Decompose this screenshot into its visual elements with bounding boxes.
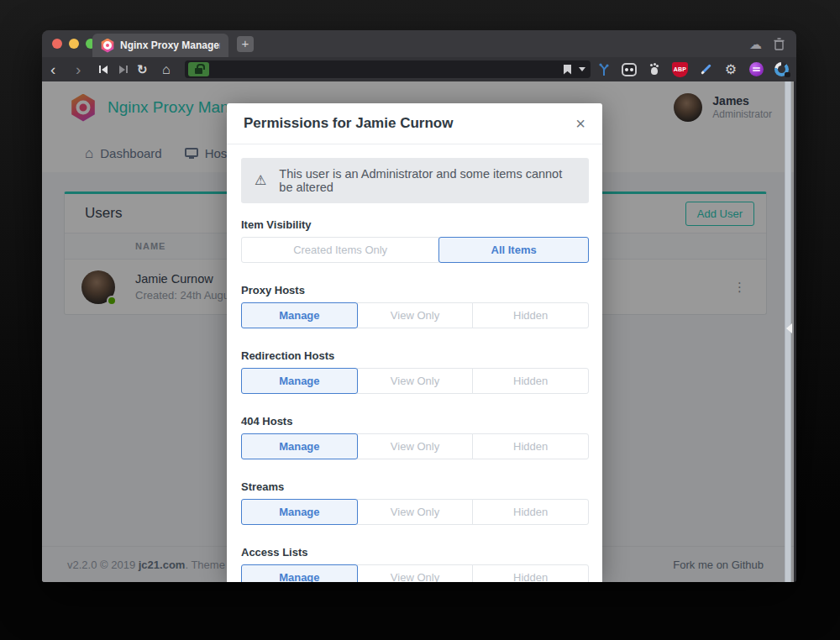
trash-icon[interactable]	[774, 38, 785, 50]
home-button[interactable]: ⌂	[162, 63, 171, 76]
section-label: Access Lists	[241, 546, 589, 559]
permissions-modal: Permissions for Jamie Curnow × ⚠ This us…	[227, 103, 602, 582]
browser-toolbar: ‹ › ↻ ⌂ AB	[42, 57, 796, 81]
permission-section: Proxy HostsManageView OnlyHidden	[241, 284, 589, 328]
seg-option-view-only[interactable]: View Only	[357, 302, 474, 328]
seg-option-manage[interactable]: Manage	[241, 499, 358, 525]
favicon-npm-icon	[101, 39, 114, 53]
seg-option-created-items-only[interactable]: Created Items Only	[241, 237, 439, 263]
forward-button[interactable]: ›	[76, 61, 81, 77]
alert-text: This user is an Administrator and some i…	[279, 167, 575, 194]
seg-option-hidden[interactable]: Hidden	[472, 433, 589, 459]
admin-warning-alert: ⚠ This user is an Administrator and some…	[241, 158, 589, 203]
seg-option-manage[interactable]: Manage	[241, 368, 358, 394]
minimize-window-button[interactable]	[69, 39, 79, 49]
modal-title: Permissions for Jamie Curnow	[244, 115, 453, 132]
close-window-button[interactable]	[52, 39, 62, 49]
permission-section: StreamsManageView OnlyHidden	[241, 480, 589, 525]
seg-option-manage[interactable]: Manage	[241, 302, 358, 328]
back-button[interactable]: ‹	[50, 61, 55, 77]
seg-option-manage[interactable]: Manage	[241, 433, 358, 459]
warning-triangle-icon: ⚠	[255, 174, 266, 187]
seg-option-all-items[interactable]: All Items	[438, 237, 589, 263]
section-label: 404 Hosts	[241, 415, 589, 428]
page-viewport: Nginx Proxy Manager James Administrator …	[42, 81, 794, 582]
segmented-group: ManageView OnlyHidden	[241, 368, 589, 394]
seg-option-hidden[interactable]: Hidden	[472, 499, 589, 525]
seg-option-view-only[interactable]: View Only	[357, 564, 474, 582]
https-lock-icon[interactable]	[188, 62, 209, 76]
permission-section: Access ListsManageView OnlyHidden	[241, 546, 589, 582]
browser-titlebar: Nginx Proxy Manager + ☁	[42, 30, 796, 57]
purple-orb-icon[interactable]	[748, 62, 764, 77]
seg-option-view-only[interactable]: View Only	[357, 368, 474, 394]
skip-to-end-button[interactable]	[119, 66, 128, 74]
extension-icons: ABP ⚙	[596, 57, 789, 81]
section-label: Redirection Hosts	[241, 349, 589, 362]
seg-option-manage[interactable]: Manage	[241, 564, 358, 582]
browser-window: Nginx Proxy Manager + ☁ ‹ › ↻ ⌂	[42, 30, 796, 582]
segmented-group: ManageView OnlyHidden	[241, 433, 589, 459]
segmented-group: ManageView OnlyHidden	[241, 564, 589, 582]
new-tab-button[interactable]: +	[237, 36, 254, 52]
container-goggles-icon[interactable]	[622, 62, 637, 77]
section-label: Item Visibility	[241, 218, 589, 231]
privacy-ring-icon[interactable]	[774, 62, 789, 77]
close-icon[interactable]: ×	[575, 115, 585, 132]
reload-button[interactable]: ↻	[137, 63, 148, 76]
gear-icon[interactable]: ⚙	[723, 62, 738, 77]
seg-option-view-only[interactable]: View Only	[357, 433, 474, 459]
skip-to-start-button[interactable]	[99, 66, 108, 74]
seg-option-view-only[interactable]: View Only	[357, 499, 474, 525]
section-label: Proxy Hosts	[241, 284, 589, 296]
permission-section: 404 HostsManageView OnlyHidden	[241, 415, 589, 459]
browser-tab[interactable]: Nginx Proxy Manager	[92, 34, 228, 57]
permission-sections: Item VisibilityCreated Items OnlyAll Ite…	[241, 218, 589, 582]
segmented-group: ManageView OnlyHidden	[241, 302, 589, 328]
bookmark-icon[interactable]	[564, 65, 571, 75]
section-label: Streams	[241, 480, 589, 493]
segmented-group: ManageView OnlyHidden	[241, 499, 589, 525]
tab-title: Nginx Proxy Manager	[120, 39, 220, 51]
stylus-pen-icon[interactable]	[698, 62, 713, 77]
bookmark-dropdown-caret-icon[interactable]	[579, 67, 585, 71]
seg-option-hidden[interactable]: Hidden	[472, 368, 589, 394]
cloud-sync-icon[interactable]: ☁	[749, 38, 762, 50]
traffic-lights	[52, 39, 96, 49]
sidebar-reveal-arrow-icon[interactable]	[786, 323, 792, 333]
footprint-icon[interactable]	[647, 62, 662, 77]
permission-section: Item VisibilityCreated Items OnlyAll Ite…	[241, 218, 589, 263]
permission-section: Redirection HostsManageView OnlyHidden	[241, 349, 589, 394]
segmented-group: Created Items OnlyAll Items	[241, 237, 589, 263]
seg-option-hidden[interactable]: Hidden	[472, 564, 589, 582]
branch-icon[interactable]	[596, 62, 612, 77]
address-bar[interactable]	[185, 60, 591, 78]
seg-option-hidden[interactable]: Hidden	[472, 302, 589, 328]
adblock-plus-icon[interactable]: ABP	[672, 62, 688, 77]
